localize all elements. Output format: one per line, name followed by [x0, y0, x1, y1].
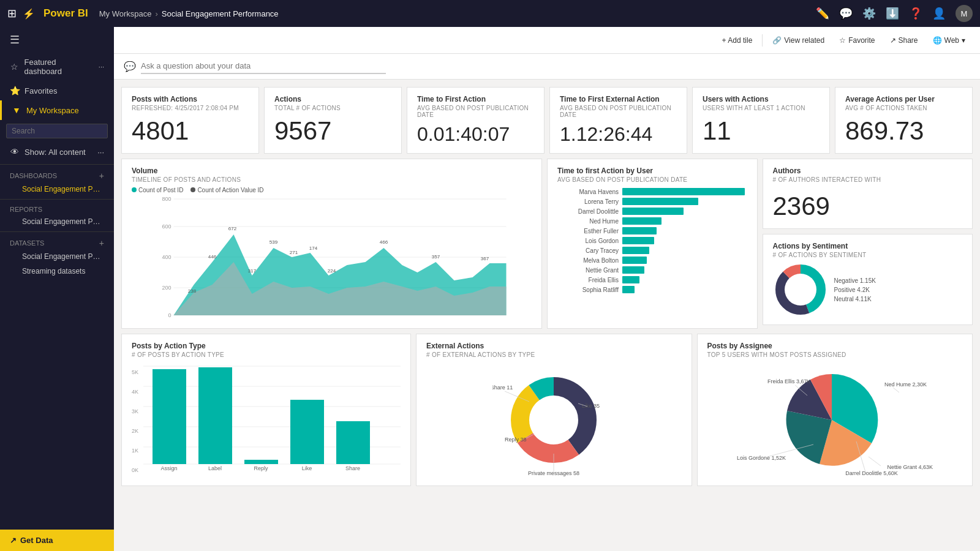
hbar-lois-bar — [622, 237, 654, 244]
avatar[interactable]: M — [956, 5, 973, 22]
time-user-title: Time to first Action by User — [557, 167, 747, 175]
svg-text:238: 238 — [188, 288, 197, 294]
powerbi-icon: ⚡ — [23, 8, 35, 20]
sidebar-report-item[interactable]: Social Engagement Perfo... — [0, 214, 114, 229]
breadcrumb-separator: › — [155, 9, 157, 18]
external-actions-subtitle: # OF EXTERNAL ACTIONS BY TYPE — [426, 351, 681, 358]
sidebar-dashboard-item[interactable]: Social Engagement Perfo... — [0, 182, 114, 197]
svg-text:Like: Like — [302, 465, 312, 471]
neutral-label: Neutral 4.11K — [834, 296, 876, 302]
qa-input[interactable] — [141, 59, 386, 74]
tile-time-first-external: Time to First External Action AVG BASED … — [549, 87, 687, 154]
row3: Posts by Action Type # OF POSTS BY ACTIO… — [121, 334, 973, 486]
hbar-esther: Esther Fuller — [557, 227, 747, 234]
sidebar-streaming-item[interactable]: Streaming datasets — [0, 264, 114, 279]
qa-bar: 💬 — [114, 54, 980, 80]
workspace-link[interactable]: My Workspace — [99, 9, 152, 18]
sidebar-item-myworkspace[interactable]: ▼ My Workspace — [0, 100, 114, 120]
view-related-button[interactable]: 🔗 View related — [767, 34, 829, 47]
sidebar-show-all[interactable]: 👁 Show: All content ··· — [0, 142, 114, 162]
svg-text:539: 539 — [270, 239, 278, 245]
svg-text:0: 0 — [168, 312, 171, 318]
dashboards-section-label: Dashboards — [10, 172, 57, 179]
svg-point-30 — [785, 274, 816, 305]
chat-icon[interactable]: 💬 — [839, 7, 853, 20]
star-fav-icon: ☆ — [839, 36, 846, 45]
sidebar-item-favorites[interactable]: ⭐ Favorites — [0, 81, 114, 100]
posts-assignee-subtitle: TOP 5 USERS WITH MOST POSTS ASSIGNED — [707, 351, 963, 358]
search-container — [0, 120, 114, 142]
hbar-lorena: Lorena Terry — [557, 198, 747, 205]
posts-action-type-subtitle: # OF POSTS BY ACTION TYPE — [132, 351, 401, 358]
add-dashboard-icon[interactable]: + — [99, 171, 104, 181]
sentiment-subtitle: # OF ACTIONS BY SENTIMENT — [773, 252, 963, 258]
tile-time-first-action: Time to First Action AVG BASED ON POST P… — [407, 87, 545, 154]
share-label: Share — [899, 36, 918, 45]
bar-like — [290, 400, 324, 464]
featured-more-icon[interactable]: ··· — [99, 63, 104, 70]
eye-icon: 👁 — [10, 147, 20, 157]
help-icon[interactable]: ❓ — [909, 7, 922, 20]
get-data-label: Get Data — [20, 536, 53, 545]
svg-text:Like 35: Like 35 — [582, 403, 600, 409]
add-tile-button[interactable]: + Add tile — [717, 34, 758, 47]
sidebar-section-reports: Reports — [0, 202, 114, 214]
legend-post-id: Count of Post ID — [132, 187, 183, 193]
hbar-lois: Lois Gordon — [557, 237, 747, 244]
volume-subtitle: TIMELINE OF POSTS AND ACTIONS — [132, 176, 532, 183]
download-icon[interactable]: ⬇️ — [886, 7, 899, 20]
getdata-icon: ↗ — [10, 536, 17, 545]
chevron-down-icon: ▾ — [962, 36, 965, 45]
current-page: Social Engagement Performance — [162, 9, 279, 18]
hbar-marva-bar — [622, 188, 745, 195]
svg-text:600: 600 — [162, 223, 171, 230]
apps-grid-icon[interactable]: ⊞ — [7, 7, 17, 20]
negative-label: Negative 1.15K — [834, 277, 876, 284]
kpi-row: Posts with Actions REFRESHED: 4/25/2017 … — [121, 87, 973, 154]
tile-avg-actions: Average Actions per User AVG # OF ACTION… — [835, 87, 973, 154]
volume-title: Volume — [132, 167, 532, 175]
sentiment-donut — [773, 262, 828, 317]
time-user-chart: Marva Havens Lorena Terry Darrel Doolitt… — [557, 188, 747, 293]
bar-label — [198, 367, 232, 464]
svg-text:357: 357 — [432, 254, 440, 260]
tile-sentiment: Actions by Sentiment # OF ACTIONS BY SEN… — [763, 234, 973, 325]
settings-icon[interactable]: ⚙️ — [862, 7, 876, 20]
external-donut-chart: Share 11 Like 35 Reply 38 Private messag… — [492, 362, 615, 478]
show-more-icon[interactable]: ··· — [97, 148, 104, 157]
reports-section-label: Reports — [10, 206, 42, 213]
legend1-label: Count of Post ID — [138, 187, 183, 193]
sidebar-item-featured[interactable]: ☆ Featured dashboard ··· — [0, 53, 114, 81]
show-label: Show: All content — [24, 148, 86, 157]
search-input[interactable] — [6, 124, 108, 138]
sidebar-divider-2 — [0, 199, 114, 200]
actions-value: 9567 — [274, 116, 391, 146]
favorite-button[interactable]: ☆ Favorite — [834, 34, 880, 47]
share-button[interactable]: ↗ Share — [885, 34, 923, 47]
actions-title: Actions — [274, 95, 391, 103]
svg-text:446: 446 — [208, 254, 217, 260]
edit-icon[interactable]: ✏️ — [816, 7, 829, 20]
bar-chart-container: 5K 4K 3K 2K 1K 0K — [132, 363, 401, 473]
svg-text:Reply 38: Reply 38 — [505, 437, 527, 443]
tile-authors: Authors # OF AUTHORS INTERACTED WITH 236… — [763, 159, 973, 229]
hbar-freida: Freida Ellis — [557, 276, 747, 283]
get-data-button[interactable]: ↗ Get Data — [0, 530, 114, 551]
toolbar-right: + Add tile 🔗 View related ☆ Favorite ↗ S… — [717, 34, 970, 47]
assignee-pie-container: Ned Hume 2,30K Freida Ellis 3,67K Lois G… — [707, 362, 963, 478]
external-actions-title: External Actions — [426, 342, 681, 350]
users-actions-subtitle: USERS WITH AT LEAST 1 ACTION — [703, 105, 820, 111]
bar-reply — [244, 460, 278, 464]
hamburger-menu[interactable]: ☰ — [0, 27, 114, 53]
hbar-cary-bar — [622, 247, 649, 254]
sidebar-dataset-item[interactable]: Social Engagement Perfo... — [0, 249, 114, 264]
authors-subtitle: # OF AUTHORS INTERACTED WITH — [773, 176, 963, 183]
hbar-nettie-bar — [622, 266, 644, 274]
svg-text:Share: Share — [345, 465, 360, 471]
posts-actions-subtitle: REFRESHED: 4/25/2017 2:08:04 PM — [132, 105, 249, 111]
svg-text:Nettie Grant 4,63K: Nettie Grant 4,63K — [887, 464, 933, 470]
add-dataset-icon[interactable]: + — [99, 238, 104, 248]
web-label: Web — [944, 36, 959, 45]
web-button[interactable]: 🌐 Web ▾ — [928, 34, 970, 47]
account-icon[interactable]: 👤 — [932, 7, 946, 20]
